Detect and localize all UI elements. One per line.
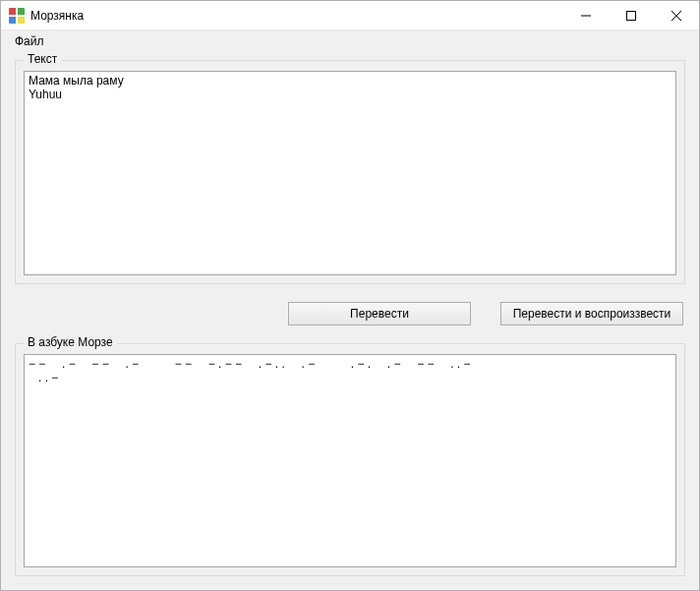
- translate-play-button[interactable]: Перевести и воспроиззвести: [500, 302, 683, 325]
- buttons-row: Перевести Перевести и воспроиззвести: [15, 284, 685, 343]
- window-title: Морзянка: [30, 9, 84, 23]
- close-button[interactable]: [654, 1, 699, 30]
- titlebar: Морзянка: [1, 1, 699, 30]
- menubar: Файл: [1, 30, 699, 52]
- group-morse: В азбуке Морзе: [15, 343, 685, 576]
- client-area: Текст Перевести Перевести и воспроиззвес…: [1, 52, 699, 590]
- svg-rect-1: [627, 11, 636, 20]
- text-input[interactable]: [24, 71, 676, 275]
- app-icon: [9, 8, 25, 24]
- minimize-button[interactable]: [563, 1, 609, 30]
- group-morse-legend: В азбуке Морзе: [24, 335, 117, 349]
- morse-output[interactable]: [24, 354, 676, 567]
- menu-file[interactable]: Файл: [7, 32, 52, 50]
- maximize-button[interactable]: [609, 1, 654, 30]
- morse-output-wrap: [24, 354, 676, 567]
- group-text: Текст: [15, 60, 685, 284]
- translate-button[interactable]: Перевести: [288, 302, 471, 325]
- app-window: Морзянка Файл Текст Перевести Перевести …: [0, 0, 700, 591]
- group-text-legend: Текст: [24, 52, 61, 66]
